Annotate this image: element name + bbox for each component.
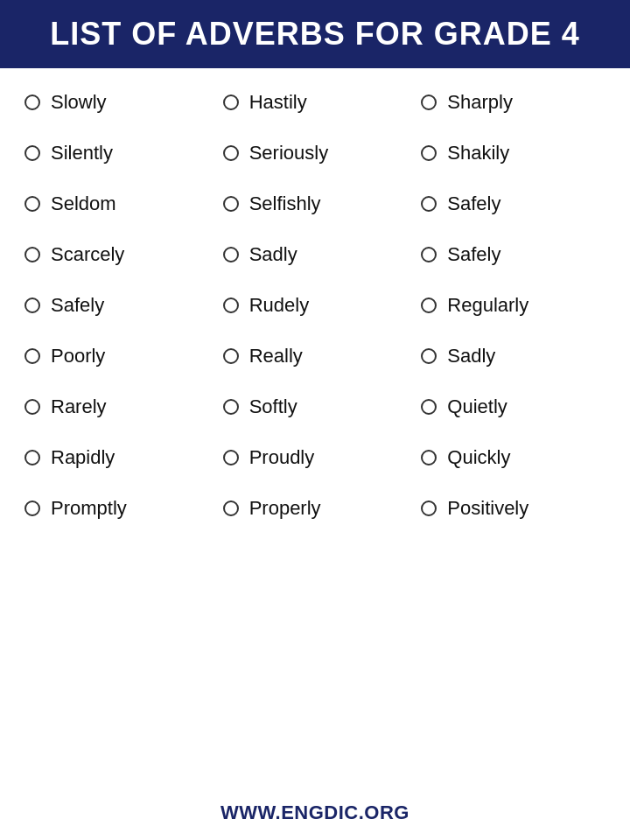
list-item: Silently — [18, 128, 216, 178]
list-item: Proudly — [216, 432, 415, 483]
bullet-icon — [223, 145, 239, 161]
adverb-label: Safely — [447, 192, 500, 215]
list-item: Properly — [216, 483, 415, 534]
list-item: Safely — [18, 280, 216, 331]
adverb-label: Selfishly — [249, 192, 321, 215]
bullet-icon — [24, 247, 40, 262]
bullet-icon — [421, 348, 437, 364]
bullet-icon — [421, 94, 437, 110]
adverbs-grid: SlowlyHastilySharplySilentlySeriouslySha… — [18, 77, 612, 534]
list-item: Quickly — [414, 432, 612, 483]
list-item: Rapidly — [18, 432, 216, 483]
list-item: Poorly — [18, 331, 216, 382]
adverb-label: Sadly — [249, 243, 298, 266]
list-item: Slowly — [18, 77, 216, 128]
bullet-icon — [223, 196, 239, 212]
adverb-label: Really — [249, 345, 303, 368]
adverb-label: Poorly — [51, 345, 105, 368]
adverb-label: Rudely — [249, 294, 309, 317]
bullet-icon — [24, 348, 40, 364]
list-item: Selfishly — [216, 178, 415, 229]
list-item: Scarcely — [18, 229, 216, 280]
page-header: LIST OF ADVERBS FOR GRADE 4 — [0, 0, 630, 68]
bullet-icon — [223, 399, 239, 415]
adverb-label: Hastily — [249, 91, 307, 114]
bullet-icon — [421, 196, 437, 212]
bullet-icon — [421, 298, 437, 313]
adverb-label: Quickly — [447, 446, 510, 469]
list-item: Softly — [216, 382, 415, 432]
list-item: Really — [216, 331, 415, 382]
list-item: Shakily — [414, 128, 612, 178]
bullet-icon — [223, 348, 239, 364]
adverb-label: Safely — [51, 294, 104, 317]
list-item: Hastily — [216, 77, 415, 128]
adverb-label: Silently — [51, 142, 113, 164]
bullet-icon — [24, 94, 40, 110]
list-item: Quietly — [414, 382, 612, 432]
adverb-label: Promptly — [51, 497, 127, 520]
footer: WWW.ENGDIC.ORG — [0, 789, 630, 840]
list-item: Safely — [414, 229, 612, 280]
adverb-label: Safely — [447, 243, 500, 266]
bullet-icon — [421, 450, 437, 466]
page-title: LIST OF ADVERBS FOR GRADE 4 — [18, 16, 612, 52]
bullet-icon — [421, 145, 437, 161]
list-item: Seriously — [216, 128, 415, 178]
bullet-icon — [24, 298, 40, 313]
footer-url: WWW.ENGDIC.ORG — [220, 802, 410, 823]
adverb-label: Softly — [249, 396, 298, 418]
bullet-icon — [223, 94, 239, 110]
adverb-label: Positively — [447, 497, 528, 520]
bullet-icon — [24, 196, 40, 212]
bullet-icon — [223, 500, 239, 516]
adverb-label: Rarely — [51, 396, 107, 418]
bullet-icon — [223, 298, 239, 313]
list-item: Sharply — [414, 77, 612, 128]
adverb-label: Seldom — [51, 192, 116, 215]
list-item: Rudely — [216, 280, 415, 331]
bullet-icon — [24, 145, 40, 161]
bullet-icon — [223, 450, 239, 466]
bullet-icon — [24, 450, 40, 466]
list-item: Sadly — [414, 331, 612, 382]
adverb-label: Sharply — [447, 91, 513, 114]
list-item: Sadly — [216, 229, 415, 280]
bullet-icon — [223, 247, 239, 262]
list-item: Seldom — [18, 178, 216, 229]
adverb-label: Shakily — [447, 142, 509, 164]
list-item: Rarely — [18, 382, 216, 432]
list-item: Positively — [414, 483, 612, 534]
content-area: SlowlyHastilySharplySilentlySeriouslySha… — [0, 68, 630, 789]
adverb-label: Regularly — [447, 294, 528, 317]
bullet-icon — [24, 399, 40, 415]
adverb-label: Quietly — [447, 396, 507, 418]
bullet-icon — [421, 399, 437, 415]
adverb-label: Rapidly — [51, 446, 115, 469]
adverb-label: Seriously — [249, 142, 328, 164]
bullet-icon — [421, 247, 437, 262]
bullet-icon — [24, 500, 40, 516]
list-item: Promptly — [18, 483, 216, 534]
adverb-label: Slowly — [51, 91, 107, 114]
adverb-label: Scarcely — [51, 243, 124, 266]
list-item: Safely — [414, 178, 612, 229]
bullet-icon — [421, 500, 437, 516]
adverb-label: Proudly — [249, 446, 315, 469]
adverb-label: Sadly — [447, 345, 495, 368]
list-item: Regularly — [414, 280, 612, 331]
adverb-label: Properly — [249, 497, 321, 520]
